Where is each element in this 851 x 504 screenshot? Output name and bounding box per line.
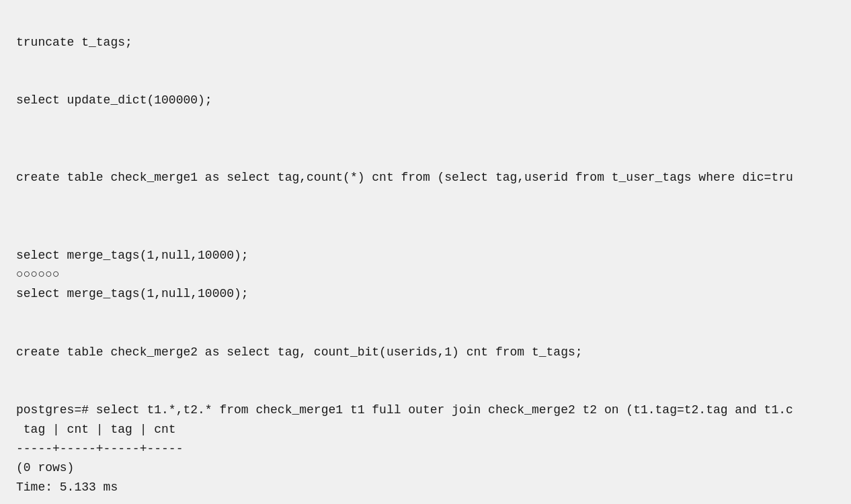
code-line — [16, 187, 835, 207]
code-line: create table check_merge2 as select tag,… — [16, 343, 835, 362]
code-line — [16, 110, 835, 130]
code-line: postgres=# select t1.*,t2.* from check_m… — [16, 401, 835, 420]
code-line: truncate t_tags; — [16, 33, 835, 52]
code-line — [16, 149, 835, 169]
code-line — [16, 226, 835, 246]
code-line — [16, 304, 835, 323]
code-line: tag | cnt | tag | cnt — [16, 420, 835, 439]
code-line — [16, 71, 835, 91]
code-line — [16, 381, 835, 401]
code-line — [16, 362, 835, 381]
code-line — [16, 52, 835, 72]
code-line — [16, 323, 835, 343]
code-line: select merge_tags(1,null,10000); — [16, 284, 835, 304]
code-line — [16, 497, 835, 504]
code-content: truncate t_tags; select update_dict(1000… — [0, 0, 851, 504]
code-line: -----+-----+-----+----- — [16, 439, 835, 459]
code-line: (0 rows) — [16, 458, 835, 478]
code-line: select update_dict(100000); — [16, 91, 835, 110]
code-line: Time: 5.133 ms — [16, 478, 835, 497]
code-line: create table check_merge1 as select tag,… — [16, 168, 835, 187]
code-line: select merge_tags(1,null,10000); — [16, 246, 835, 265]
code-line — [16, 207, 835, 226]
code-line: ○○○○○○ — [16, 265, 835, 284]
code-line — [16, 130, 835, 149]
